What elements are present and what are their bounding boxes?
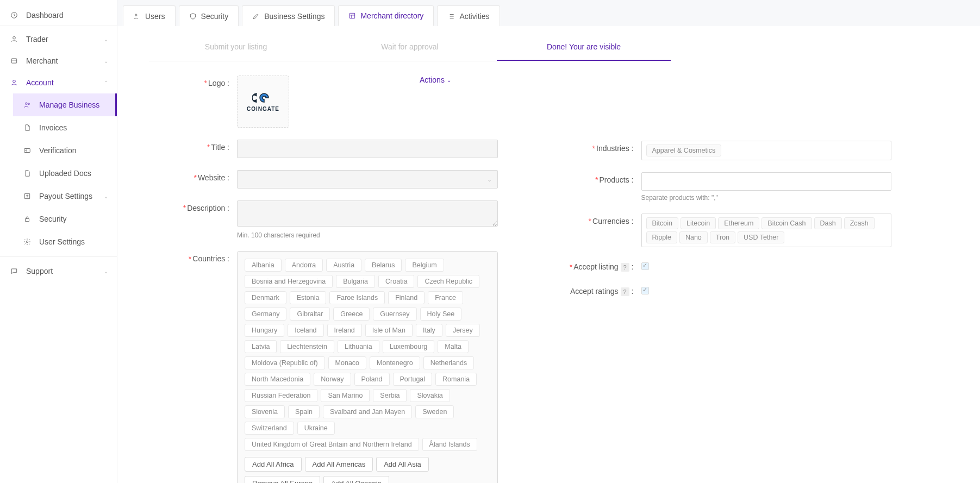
country-tag[interactable]: Jersey xyxy=(446,324,480,337)
nav-invoices[interactable]: Invoices xyxy=(13,116,117,139)
country-tag[interactable]: Andorra xyxy=(285,259,323,272)
help-icon[interactable]: ? xyxy=(621,263,629,272)
nav-user-settings[interactable]: User Settings xyxy=(13,230,117,253)
country-tag[interactable]: Poland xyxy=(354,373,390,386)
tab-business-settings[interactable]: Business Settings xyxy=(242,5,335,26)
country-tag[interactable]: Monaco xyxy=(328,356,366,369)
currencies-multiselect[interactable]: BitcoinLitecoinEthereumBitcoin CashDashZ… xyxy=(641,214,891,247)
nav-trader[interactable]: Trader ⌄ xyxy=(0,28,117,50)
currency-tag[interactable]: Dash xyxy=(814,217,842,229)
country-tag[interactable]: Bulgaria xyxy=(336,275,375,288)
nav-payout-settings[interactable]: Payout Settings ⌄ xyxy=(13,185,117,208)
country-tag[interactable]: Italy xyxy=(416,324,442,337)
country-tag[interactable]: Denmark xyxy=(245,291,286,304)
tab-activities[interactable]: Activities xyxy=(437,5,500,26)
industries-multiselect[interactable]: Apparel & Cosmetics xyxy=(641,141,891,160)
industry-tag[interactable]: Apparel & Cosmetics xyxy=(646,145,722,156)
tab-merchant-directory[interactable]: Merchant directory xyxy=(338,5,434,26)
nav-account[interactable]: Account ⌃ xyxy=(0,72,117,93)
currency-tag[interactable]: Ethereum xyxy=(718,217,759,229)
country-tag[interactable]: North Macedonia xyxy=(245,373,310,386)
country-tag[interactable]: Latvia xyxy=(245,340,277,353)
country-tag[interactable]: Svalbard and Jan Mayen xyxy=(323,405,412,418)
step-submit[interactable]: Submit your listing xyxy=(149,32,323,61)
description-textarea[interactable] xyxy=(237,200,498,227)
country-tag[interactable]: Estonia xyxy=(290,291,327,304)
country-tag[interactable]: United Kingdom of Great Britain and Nort… xyxy=(245,438,419,451)
country-tag[interactable]: France xyxy=(428,291,463,304)
actions-dropdown[interactable]: Actions⌄ xyxy=(420,76,451,84)
nav-manage-business[interactable]: Manage Business xyxy=(13,93,117,116)
country-tag[interactable]: San Marino xyxy=(321,389,370,402)
country-tag[interactable]: Slovakia xyxy=(410,389,450,402)
country-tag[interactable]: Germany xyxy=(245,308,286,321)
country-tag[interactable]: Austria xyxy=(326,259,361,272)
currency-tag[interactable]: Zcash xyxy=(844,217,875,229)
region-button[interactable]: Add All Africa xyxy=(245,457,302,472)
currency-tag[interactable]: Bitcoin Cash xyxy=(761,217,812,229)
country-tag[interactable]: Netherlands xyxy=(423,356,474,369)
currency-tag[interactable]: Ripple xyxy=(646,231,677,243)
country-tag[interactable]: Albania xyxy=(245,259,282,272)
country-tag[interactable]: Liechtenstein xyxy=(280,340,334,353)
nav-support[interactable]: Support ⌄ xyxy=(0,260,117,282)
country-tag[interactable]: Malta xyxy=(438,340,469,353)
tab-security[interactable]: Security xyxy=(179,5,239,26)
country-tag[interactable]: Belarus xyxy=(365,259,402,272)
step-wait[interactable]: Wait for approval xyxy=(323,32,497,61)
country-tag[interactable]: Slovenia xyxy=(245,405,285,418)
country-tag[interactable]: Greece xyxy=(333,308,370,321)
country-tag[interactable]: Isle of Man xyxy=(365,324,413,337)
logo-upload[interactable]: COINGATE xyxy=(237,76,289,128)
country-tag[interactable]: Holy See xyxy=(420,308,462,321)
country-tag[interactable]: Switzerland xyxy=(245,422,294,435)
products-input[interactable] xyxy=(641,172,891,191)
help-icon[interactable]: ? xyxy=(621,287,629,296)
region-button[interactable]: Add All Americas xyxy=(305,457,373,472)
country-tag[interactable]: Faroe Islands xyxy=(329,291,385,304)
region-button[interactable]: Add All Oceania xyxy=(323,476,389,483)
country-tag[interactable]: Montenegro xyxy=(370,356,420,369)
country-tag[interactable]: Croatia xyxy=(378,275,414,288)
country-tag[interactable]: Romania xyxy=(435,373,477,386)
accept-listing-checkbox[interactable] xyxy=(641,262,649,270)
region-button[interactable]: Add All Asia xyxy=(376,457,429,472)
country-tag[interactable]: Lithuania xyxy=(338,340,379,353)
country-tag[interactable]: Serbia xyxy=(373,389,407,402)
country-tag[interactable]: Hungary xyxy=(245,324,284,337)
country-tag[interactable]: Norway xyxy=(314,373,351,386)
country-tag[interactable]: Gibraltar xyxy=(290,308,330,321)
country-tag[interactable]: Iceland xyxy=(288,324,323,337)
country-tag[interactable]: Portugal xyxy=(393,373,433,386)
nav-dashboard[interactable]: Dashboard xyxy=(0,4,117,26)
currency-tag[interactable]: Nano xyxy=(679,231,708,243)
currency-tag[interactable]: Bitcoin xyxy=(646,217,679,229)
country-tag[interactable]: Belgium xyxy=(405,259,444,272)
currency-tag[interactable]: USD Tether xyxy=(738,231,784,243)
country-tag[interactable]: Bosnia and Herzegovina xyxy=(245,275,333,288)
country-tag[interactable]: Luxembourg xyxy=(383,340,435,353)
nav-merchant[interactable]: Merchant ⌄ xyxy=(0,50,117,72)
accept-ratings-checkbox[interactable] xyxy=(641,287,649,294)
country-tag[interactable]: Guernsey xyxy=(373,308,416,321)
country-tag[interactable]: Russian Federation xyxy=(245,389,317,402)
country-tag[interactable]: Ireland xyxy=(327,324,362,337)
title-input[interactable] xyxy=(237,140,498,158)
country-tag[interactable]: Finland xyxy=(388,291,425,304)
country-tag[interactable]: Spain xyxy=(288,405,320,418)
country-tag[interactable]: Ukraine xyxy=(297,422,335,435)
country-tag[interactable]: Moldova (Republic of) xyxy=(245,356,325,369)
nav-security[interactable]: Security xyxy=(13,208,117,230)
nav-verification[interactable]: Verification xyxy=(13,139,117,162)
nav-uploaded-docs[interactable]: Uploaded Docs xyxy=(13,162,117,185)
country-tag[interactable]: Åland Islands xyxy=(422,438,477,451)
country-tag[interactable]: Czech Republic xyxy=(417,275,479,288)
currency-tag[interactable]: Tron xyxy=(710,231,735,243)
step-done[interactable]: Done! Your are visible xyxy=(497,32,671,61)
country-tag[interactable]: Sweden xyxy=(415,405,454,418)
currency-tag[interactable]: Litecoin xyxy=(681,217,716,229)
website-select[interactable]: ⌄ xyxy=(237,170,498,189)
tab-users[interactable]: Users xyxy=(123,5,176,26)
region-button[interactable]: Remove All Europe xyxy=(245,476,320,483)
sidebar: Dashboard Trader ⌄ Merchant ⌄ Account ⌃ … xyxy=(0,0,117,483)
